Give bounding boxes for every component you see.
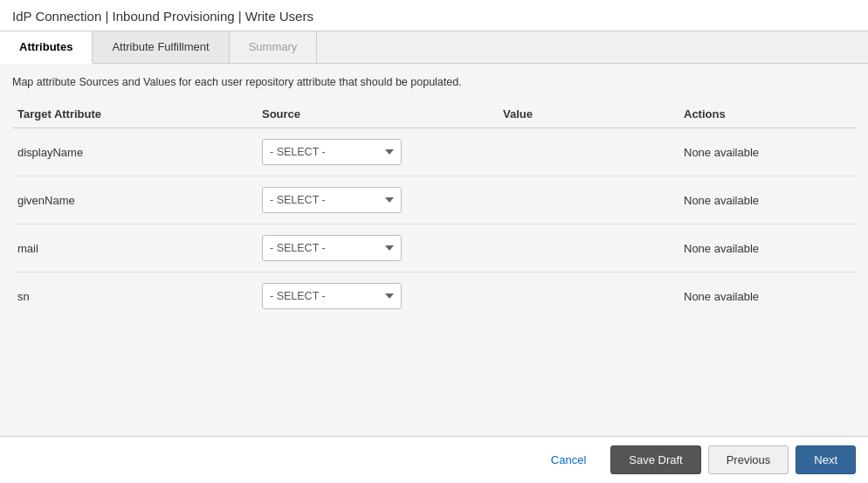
chevron-down-icon — [385, 197, 394, 203]
col-source: Source — [253, 102, 494, 128]
value-cell — [494, 273, 675, 321]
table-row: sn- SELECT -None available — [12, 273, 856, 321]
chevron-down-icon — [385, 149, 394, 155]
value-cell — [494, 176, 675, 224]
actions-cell: None available — [675, 273, 856, 321]
source-select-sn[interactable]: - SELECT - — [262, 283, 402, 309]
source-select-displayName[interactable]: - SELECT - — [262, 139, 402, 165]
chevron-down-icon — [385, 293, 394, 299]
col-actions: Actions — [675, 102, 856, 128]
col-value: Value — [494, 102, 675, 128]
cancel-button[interactable]: Cancel — [534, 446, 603, 473]
table-row: mail- SELECT -None available — [12, 224, 856, 273]
source-cell: - SELECT - — [253, 176, 494, 224]
target-attribute-cell: displayName — [12, 128, 253, 176]
source-select-mail[interactable]: - SELECT - — [262, 235, 402, 261]
actions-cell: None available — [675, 176, 856, 224]
next-button[interactable]: Next — [796, 445, 856, 474]
footer-bar: Cancel Save Draft Previous Next — [0, 436, 868, 483]
tabs-bar: Attributes Attribute Fulfillment Summary — [0, 31, 868, 64]
target-attribute-cell: mail — [12, 224, 253, 273]
target-attribute-cell: givenName — [12, 176, 253, 224]
page-title: IdP Connection | Inbound Provisioning | … — [12, 9, 313, 24]
save-draft-button[interactable]: Save Draft — [610, 445, 700, 474]
table-row: displayName- SELECT -None available — [12, 128, 856, 176]
source-select-givenName[interactable]: - SELECT - — [262, 187, 402, 213]
chevron-down-icon — [385, 245, 394, 251]
actions-cell: None available — [675, 128, 856, 176]
content-area: Map attribute Sources and Values for eac… — [0, 64, 868, 436]
attributes-table: Target Attribute Source Value Actions di… — [12, 102, 856, 320]
value-cell — [494, 224, 675, 273]
source-cell: - SELECT - — [253, 273, 494, 321]
tab-attribute-fulfillment[interactable]: Attribute Fulfillment — [93, 31, 229, 63]
tab-summary: Summary — [230, 31, 318, 63]
actions-cell: None available — [675, 224, 856, 273]
col-target-attribute: Target Attribute — [12, 102, 253, 128]
description-text: Map attribute Sources and Values for eac… — [12, 76, 856, 88]
source-cell: - SELECT - — [253, 224, 494, 273]
value-cell — [494, 128, 675, 176]
page-header: IdP Connection | Inbound Provisioning | … — [0, 0, 868, 31]
previous-button[interactable]: Previous — [708, 445, 789, 474]
target-attribute-cell: sn — [12, 273, 253, 321]
table-row: givenName- SELECT -None available — [12, 176, 856, 224]
source-cell: - SELECT - — [253, 128, 494, 176]
tab-attributes[interactable]: Attributes — [0, 31, 93, 64]
